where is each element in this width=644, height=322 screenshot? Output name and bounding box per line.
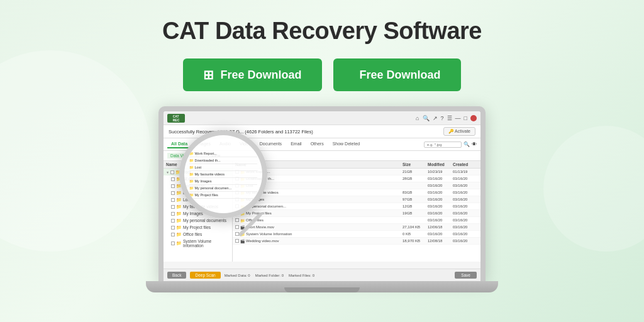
sidebar-item-downloaded[interactable]: 📁 Downloaded files <box>164 189 232 196</box>
sidebar-item-label: My Images <box>183 211 203 216</box>
sub-tabs: Data View F... View <box>164 151 480 161</box>
checkbox[interactable] <box>171 233 175 236</box>
checkbox[interactable] <box>235 170 239 174</box>
file-size: 18,970 KB <box>402 239 428 243</box>
folder-icon: 📁 <box>176 204 182 209</box>
search-input[interactable] <box>424 142 462 148</box>
file-created: 03/16/20 <box>453 211 478 215</box>
checkbox[interactable] <box>171 198 175 202</box>
sidebar-item-personal-docs[interactable]: 📁 My personal documents <box>164 217 232 224</box>
folder-icon: 📁 <box>240 204 245 209</box>
file-row[interactable]: 📁 Work Report... 21GB 10/23/19 01/13/19 <box>233 169 480 175</box>
link-icon[interactable]: ↗ <box>433 115 438 121</box>
search-go-icon[interactable]: 🔍 <box>464 142 470 147</box>
file-modified: 03/16/20 <box>428 177 453 180</box>
checkbox[interactable] <box>235 184 239 187</box>
sidebar-item-lost[interactable]: 📁 Lost <box>164 196 232 203</box>
sidebar-item-label: System Volume Information <box>183 239 230 248</box>
recovery-text: Successfully Recovered 261.97 G... (4626… <box>169 129 313 135</box>
checkbox[interactable] <box>235 239 239 243</box>
file-row[interactable]: 📁 My favourite videos 83GB 03/16/20 03/1… <box>233 189 480 196</box>
sidebar-item-sysvolume[interactable]: 📁 System Volume Information <box>164 238 232 248</box>
help-icon[interactable]: ? <box>441 115 444 121</box>
checkbox[interactable] <box>235 218 239 222</box>
checkbox[interactable] <box>235 232 239 236</box>
file-modified: 10/23/19 <box>428 170 453 174</box>
file-created: 03/16/20 <box>453 225 478 229</box>
back-button[interactable]: Back <box>167 272 186 279</box>
tab-documents[interactable]: Documents <box>256 140 286 148</box>
tab-all-data[interactable]: All Data <box>167 140 191 148</box>
folder-icon: 📁 <box>176 225 182 230</box>
checkbox[interactable] <box>171 212 175 216</box>
sidebar-item-fav-videos[interactable]: 📁 My favourite videos <box>164 203 232 210</box>
checkbox[interactable] <box>235 191 239 194</box>
recovery-bar: Successfully Recovered 261.97 G... (4626… <box>164 125 480 138</box>
laptop-base <box>146 281 498 292</box>
file-modified: 03/16/20 <box>428 211 453 215</box>
save-button[interactable]: Save <box>455 272 477 279</box>
file-row[interactable]: 📁 Downloaded th... 28GB 03/16/20 03/16/2… <box>233 175 480 182</box>
mac-download-button[interactable]: Free Download <box>333 58 461 91</box>
folder-icon: 📁 <box>240 177 245 181</box>
app-bottombar: Back Deep Scan Marked Data: 0 Marked Fol… <box>164 269 480 281</box>
checkbox[interactable] <box>171 205 175 209</box>
sidebar-item-extend[interactable]: 📁 $Extend... <box>164 175 232 182</box>
sidebar-item-root[interactable]: ▼ 📁 Root <box>164 169 232 175</box>
file-row[interactable]: 📁 System Volume Information 0 KB 03/16/2… <box>233 231 480 238</box>
search-icon[interactable]: 🔍 <box>423 115 430 121</box>
close-button[interactable] <box>470 115 477 121</box>
checkbox[interactable] <box>235 204 239 208</box>
sidebar-item-images[interactable]: 📁 My Images <box>164 210 232 217</box>
checkbox[interactable] <box>235 211 239 215</box>
checkbox[interactable] <box>170 170 174 174</box>
sidebar-item-compensati[interactable]: 📁 Compensati... <box>164 182 232 189</box>
minus-icon[interactable]: — <box>455 115 461 121</box>
file-row[interactable]: 📁 Lost 03/16/20 03/16/20 <box>233 182 480 189</box>
checkbox[interactable] <box>171 184 175 188</box>
file-modified: 03/16/20 <box>428 218 453 222</box>
windows-download-button[interactable]: ⊞ Free Download <box>183 58 321 91</box>
file-row[interactable]: 📁 My personal documen... 12GB 03/16/20 0… <box>233 203 480 210</box>
file-created: 03/16/20 <box>453 232 478 236</box>
activate-button[interactable]: 🔑 Activate <box>443 127 475 136</box>
file-list: Name Size Modified Created 📁 Work Report… <box>233 161 480 262</box>
folder-icon: 📁 <box>240 191 245 195</box>
checkbox[interactable] <box>235 177 239 180</box>
home-icon[interactable]: ⌂ <box>416 115 419 121</box>
col-header-created: Created <box>453 162 478 167</box>
checkbox[interactable] <box>235 197 239 201</box>
checkbox[interactable] <box>171 219 175 223</box>
file-row[interactable]: 📁 My Images 97GB 03/16/20 03/16/20 <box>233 196 480 203</box>
col-header-name: Name <box>235 162 402 167</box>
maximize-icon[interactable]: □ <box>464 115 467 121</box>
checkbox[interactable] <box>235 225 239 229</box>
file-row[interactable]: 🎬 Wedding video.mov 18,970 KB 12/08/18 0… <box>233 238 480 245</box>
file-row[interactable]: 🎬 Short Movie.mov 27,104 KB 12/06/18 03/… <box>233 224 480 231</box>
checkbox[interactable] <box>171 177 175 181</box>
tab-images[interactable]: Images <box>192 140 214 148</box>
windows-icon: ⊞ <box>203 67 214 82</box>
checkbox[interactable] <box>171 191 175 195</box>
sidebar-item-office[interactable]: 📁 Office files <box>164 231 232 238</box>
deep-scan-button[interactable]: Deep Scan <box>190 272 220 279</box>
marked-folder: Marked Folder: 0 <box>255 274 284 277</box>
tab-email[interactable]: Email <box>287 140 306 148</box>
tab-audio[interactable]: Audio <box>216 140 235 148</box>
file-row[interactable]: 📁 Office files 03/16/20 03/16/20 <box>233 217 480 224</box>
tab-video[interactable]: Video <box>236 140 255 148</box>
sub-tab-f[interactable]: F... <box>193 153 205 158</box>
tab-show-deleted[interactable]: Show Deleted <box>329 140 364 148</box>
folder-icon: 📁 <box>240 218 245 223</box>
sub-tab-data-view[interactable]: Data View <box>167 153 192 158</box>
folder-icon: 📁 <box>176 197 182 203</box>
folder-icon: 📁 <box>176 218 182 223</box>
menu-icon[interactable]: ☰ <box>447 115 452 121</box>
file-row[interactable]: 📁 My Project files 19GB 03/16/20 03/16/2… <box>233 210 480 217</box>
view-label[interactable]: View <box>209 153 223 158</box>
sidebar-item-project[interactable]: 📁 My Project files <box>164 224 232 231</box>
tab-others[interactable]: Others <box>307 140 328 148</box>
checkbox[interactable] <box>171 242 175 245</box>
checkbox[interactable] <box>171 226 175 230</box>
view-toggle-icon[interactable]: 👁 <box>472 142 477 147</box>
